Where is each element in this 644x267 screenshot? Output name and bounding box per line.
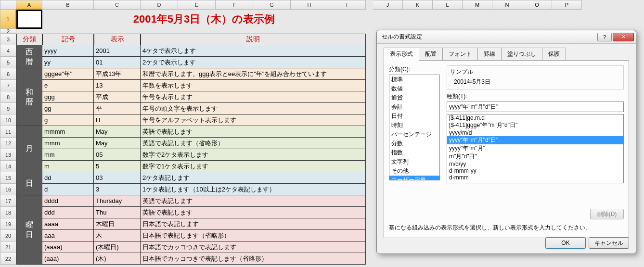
- row-header-21[interactable]: 21: [0, 242, 16, 253]
- type-option[interactable]: [$-411]ggge"年"m"月"d"日": [447, 121, 623, 129]
- cell-description[interactable]: 年号を表示します: [141, 91, 366, 103]
- col-header-J[interactable]: J: [373, 0, 403, 10]
- cell-display[interactable]: Thursday: [94, 195, 141, 207]
- cell-display[interactable]: 5: [94, 161, 141, 172]
- category-cell[interactable]: 曜日: [16, 195, 42, 265]
- tab-3[interactable]: 罫線: [477, 48, 502, 61]
- cell-description[interactable]: 年号をアルファベット表示します: [141, 114, 366, 126]
- row-header-9[interactable]: 9: [0, 103, 16, 114]
- row-header-3[interactable]: 3: [0, 34, 16, 45]
- cell-symbol[interactable]: (aaaa): [42, 242, 94, 253]
- row-header-20[interactable]: 20: [0, 230, 16, 242]
- col-header-N[interactable]: N: [492, 0, 522, 10]
- cell-description[interactable]: 2ケタで表示します: [141, 57, 366, 68]
- col-header-K[interactable]: K: [403, 0, 433, 10]
- title-cell[interactable]: 2001年5月3日（木）の表示例: [42, 10, 366, 29]
- cell-symbol[interactable]: (aaa): [42, 253, 94, 265]
- close-button[interactable]: ✕: [613, 33, 634, 41]
- col-header-C[interactable]: C: [94, 0, 141, 10]
- row-header-18[interactable]: 18: [0, 207, 16, 218]
- cell-display[interactable]: 木: [94, 230, 141, 242]
- type-option[interactable]: yyyy/m/d: [447, 129, 623, 136]
- cell-display[interactable]: 05: [94, 149, 141, 161]
- cell-symbol[interactable]: ddd: [42, 207, 94, 218]
- row-header-11[interactable]: 11: [0, 126, 16, 138]
- header-display[interactable]: 表示: [94, 34, 141, 45]
- col-header-P[interactable]: P: [552, 0, 582, 10]
- col-header-E[interactable]: E: [178, 0, 216, 10]
- help-button[interactable]: ?: [597, 33, 612, 41]
- row-header-19[interactable]: 19: [0, 218, 16, 230]
- category-option[interactable]: 日付: [389, 112, 439, 121]
- select-all-corner[interactable]: [0, 0, 16, 10]
- type-option[interactable]: yyyy"年"m"月"d"日": [447, 136, 623, 144]
- col-header-I[interactable]: I: [328, 0, 366, 10]
- row-header-7[interactable]: 7: [0, 80, 16, 91]
- col-header-D[interactable]: D: [141, 0, 178, 10]
- category-option[interactable]: 分数: [389, 139, 439, 148]
- row-header-14[interactable]: 14: [0, 161, 16, 172]
- cell-description[interactable]: 和暦で表示します。ggg表示とee表示に"年"を組み合わせています: [141, 68, 366, 80]
- category-option[interactable]: パーセンテージ: [389, 130, 439, 139]
- cell-description[interactable]: 英語で表記します: [141, 207, 366, 218]
- col-header-M[interactable]: M: [463, 0, 492, 10]
- row-header-13[interactable]: 13: [0, 149, 16, 161]
- row-header-10[interactable]: 10: [0, 114, 16, 126]
- tab-2[interactable]: フォント: [442, 48, 478, 61]
- type-option[interactable]: d-mmm: [447, 174, 623, 181]
- cell-display[interactable]: (木): [94, 253, 141, 265]
- cell-display[interactable]: H: [94, 114, 141, 126]
- type-option[interactable]: d-mmm-yy: [447, 167, 623, 174]
- row-header-8[interactable]: 8: [0, 91, 16, 103]
- cell-display[interactable]: 平成: [94, 91, 141, 103]
- cell-description[interactable]: 4ケタで表示します: [141, 45, 366, 57]
- category-option[interactable]: 数値: [389, 84, 439, 93]
- row-header-17[interactable]: 17: [0, 195, 16, 207]
- category-option[interactable]: 会計: [389, 102, 439, 112]
- col-header-H[interactable]: H: [291, 0, 328, 10]
- cancel-button[interactable]: キャンセル: [589, 237, 629, 249]
- col-header-G[interactable]: G: [253, 0, 291, 10]
- cell-display[interactable]: 3: [94, 184, 141, 195]
- cell-description[interactable]: 日本語でカッコつきで表記します: [141, 242, 366, 253]
- cell-description[interactable]: 英語で表記します: [141, 195, 366, 207]
- cell-description[interactable]: 数字で1ケタ表示します: [141, 161, 366, 172]
- row-header-12[interactable]: 12: [0, 138, 16, 149]
- category-option[interactable]: ユーザー定義: [389, 176, 439, 180]
- category-list[interactable]: 標準数値通貨会計日付時刻パーセンテージ分数指数文字列その他ユーザー定義: [389, 75, 440, 180]
- type-option[interactable]: yyyy"年"m"月": [447, 144, 623, 153]
- category-option[interactable]: 標準: [389, 75, 439, 84]
- cell-symbol[interactable]: yyyy: [42, 45, 94, 57]
- cell-symbol[interactable]: e: [42, 80, 94, 91]
- type-input[interactable]: [447, 102, 624, 112]
- cell-symbol[interactable]: mmmm: [42, 126, 94, 138]
- cell-symbol[interactable]: yy: [42, 57, 94, 68]
- row-header-15[interactable]: 15: [0, 172, 16, 184]
- category-cell[interactable]: 和暦: [16, 68, 42, 126]
- cell-display[interactable]: 平成13年: [94, 68, 141, 80]
- type-option[interactable]: [$-411]ge.m.d: [447, 114, 623, 121]
- category-option[interactable]: 文字列: [389, 157, 439, 166]
- category-option[interactable]: 通貨: [389, 93, 439, 102]
- row-header-22[interactable]: 22: [0, 253, 16, 265]
- cell-symbol[interactable]: m: [42, 161, 94, 172]
- type-option[interactable]: m/d/yy: [447, 161, 623, 167]
- category-option[interactable]: 指数: [389, 148, 439, 157]
- cell-display[interactable]: May: [94, 126, 141, 138]
- type-option[interactable]: m"月"d"日": [447, 153, 623, 161]
- tab-5[interactable]: 保護: [542, 48, 566, 61]
- cell-symbol[interactable]: gggee"年": [42, 68, 94, 80]
- col-header-O[interactable]: O: [522, 0, 552, 10]
- cell-symbol[interactable]: dd: [42, 172, 94, 184]
- cell-description[interactable]: 年号の頭文字を表示します: [141, 103, 366, 114]
- row-header-4[interactable]: 4: [0, 45, 16, 57]
- cell-symbol[interactable]: gg: [42, 103, 94, 114]
- cell-symbol[interactable]: dddd: [42, 195, 94, 207]
- cell-symbol[interactable]: g: [42, 114, 94, 126]
- header-description[interactable]: 説明: [141, 34, 366, 45]
- cell-description[interactable]: 2ケタ表記します: [141, 172, 366, 184]
- type-list[interactable]: [$-411]ge.m.d[$-411]ggge"年"m"月"d"日"yyyy/…: [447, 114, 624, 183]
- cell-display[interactable]: 13: [94, 80, 141, 91]
- col-header-L[interactable]: L: [433, 0, 463, 10]
- cell-description[interactable]: 日本語でカッコつきで表記します（省略形）: [141, 253, 366, 265]
